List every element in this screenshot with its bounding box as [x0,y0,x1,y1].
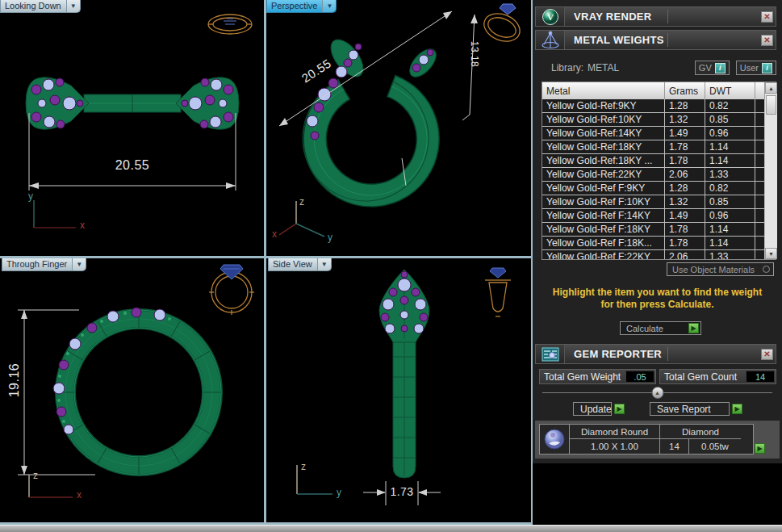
cell-grams: 1.78 [665,223,705,236]
cell-metal: Yellow Gold-Ref F:9KY [542,182,665,195]
table-row[interactable]: Yellow Gold-Ref:14KY 1.49 0.96 [542,127,765,140]
user-button[interactable]: User i [736,61,776,75]
viewport-tab-perspective[interactable]: Perspective ▼ [266,0,337,13]
metal-weights-panel-header[interactable]: METAL WEIGHTS ✕ [535,30,776,50]
table-scrollbar[interactable]: ▲ ▼ [765,82,777,259]
cell-spacer [755,99,765,112]
cell-metal: Yellow Gold-Ref:14KY [542,127,665,140]
table-row[interactable]: Yellow Gold-Ref F:9KY 1.28 0.82 [542,182,765,195]
dimension-band-width: 1.73 [386,485,418,498]
table-row[interactable]: Yellow Gold-Ref:18KY 1.78 1.14 [542,140,765,154]
cell-metal: Yellow Gold-Ref F:18K... [542,237,665,249]
panel-splitter[interactable]: ▲ [542,387,772,399]
cell-metal: Yellow Gold-Ref:22KY [542,168,665,181]
dimension-width: 20.55 [108,158,157,173]
cell-dwt: 0.82 [705,99,755,112]
looking-down-render [0,0,264,256]
cell-grams: 1.78 [665,140,705,153]
chevron-down-icon[interactable]: ▼ [72,258,86,270]
use-object-materials-button[interactable]: Use Object Materials [667,262,774,276]
metal-weights-table: Metal Grams DWT Yellow Gold-Ref:9KY 1.28… [542,82,776,260]
gem-actions-row: Update ▶ Save Report ▶ [573,402,782,416]
cell-spacer [755,127,765,140]
calculate-button[interactable]: Calculate ▶ [620,321,701,335]
cell-dwt: 1.14 [705,237,755,249]
chevron-down-icon[interactable]: ▼ [322,0,336,12]
vray-render-panel-header[interactable]: V VRAY RENDER ✕ [535,6,776,27]
table-row[interactable]: Yellow Gold-Ref F:18KY 1.78 1.14 [542,223,765,237]
chevron-down-icon[interactable]: ▼ [317,258,331,270]
cell-spacer [755,140,765,153]
table-row[interactable]: Yellow Gold-Ref:9KY 1.28 0.82 [542,99,765,113]
perspective-render [266,0,531,256]
viewport-through-finger[interactable]: 19.16 z x Through Finger ▼ [0,258,264,522]
table-row[interactable]: Yellow Gold-Ref:18KY ... 1.78 1.14 [542,154,765,168]
cell-spacer [755,168,765,181]
divider [667,347,668,361]
cell-spacer [755,154,765,167]
cell-grams: 2.06 [665,168,705,181]
gem-name: Diamond Round [570,425,660,439]
save-report-button[interactable]: Save Report [650,402,730,416]
cell-metal: Yellow Gold-Ref F:22KY [542,250,665,259]
instruction-text: Highlight the item you want to find the … [533,287,782,311]
gem-type: Diamond [660,425,741,439]
total-gem-count-box: Total Gem Count 14 [659,369,776,384]
through-finger-render [0,258,264,522]
radio-indicator-icon [763,266,770,273]
viewport-looking-down[interactable]: 20.55 y x Looking Down ▼ [0,0,264,256]
viewport-tab-side-view[interactable]: Side View ▼ [268,258,332,271]
cell-spacer [755,113,765,126]
dimension-diameter: 19.16 [7,356,22,404]
close-icon[interactable]: ✕ [761,11,773,23]
collapse-up-icon[interactable]: ▲ [651,387,663,399]
gv-button[interactable]: GV i [695,61,730,75]
close-icon[interactable]: ✕ [761,35,773,46]
scrollbar-thumb[interactable] [766,95,776,115]
cell-dwt: 0.96 [705,209,755,222]
cell-grams: 1.78 [665,237,705,249]
scroll-down-icon[interactable]: ▼ [765,248,777,259]
cell-dwt: 0.82 [705,182,755,195]
table-body: Yellow Gold-Ref:9KY 1.28 0.82 Yellow Gol… [542,99,765,259]
viewport-perspective[interactable]: 20.55 13.18 z x y Perspective ▼ [266,0,531,256]
info-icon[interactable]: i [715,63,726,73]
viewport-tab-through-finger[interactable]: Through Finger ▼ [2,258,86,271]
side-view-render [266,258,531,522]
cell-grams: 1.49 [665,127,705,140]
axis-z-label: z [301,461,306,472]
column-header-dwt[interactable]: DWT [705,82,755,99]
viewport-side-view[interactable]: 1.73 z y Side View ▼ [266,258,531,522]
viewport-tab-label: Perspective [267,0,322,12]
library-label: Library: [551,62,583,73]
panel-title: METAL WEIGHTS [565,34,667,46]
library-row: Library: METAL GV i User i [551,61,776,75]
dimension-height: 13.18 [469,31,480,77]
close-icon[interactable]: ✕ [761,349,773,360]
chevron-down-icon[interactable]: ▼ [66,0,80,12]
scroll-up-icon[interactable]: ▲ [765,82,777,94]
table-row[interactable]: Yellow Gold-Ref F:18K... 1.78 1.14 [542,237,765,250]
viewport-tab-looking-down[interactable]: Looking Down ▼ [0,0,81,13]
viewport-tab-label: Looking Down [1,0,66,12]
table-row[interactable]: Yellow Gold-Ref F:22KY 2.06 1.33 [542,250,765,259]
table-row[interactable]: Yellow Gold-Ref F:10KY 1.32 0.85 [542,195,765,209]
info-icon[interactable]: i [762,63,772,73]
gem-row[interactable]: Diamond Round Diamond 1.00 X 1.00 14 0.0… [539,424,754,455]
gem-totals-row: Total Gem Weight .05 Total Gem Count 14 [539,369,776,384]
table-row[interactable]: Yellow Gold-Ref:22KY 2.06 1.33 [542,168,765,182]
column-header-metal[interactable]: Metal [542,82,665,99]
total-gem-weight-label: Total Gem Weight [544,371,621,383]
gem-go-icon[interactable]: ▶ [755,443,765,454]
ring-orientation-icon [480,9,525,47]
update-button[interactable]: Update [573,402,612,416]
column-header-grams[interactable]: Grams [665,82,705,99]
update-go-icon[interactable]: ▶ [614,404,625,414]
table-row[interactable]: Yellow Gold-Ref F:14KY 1.49 0.96 [542,209,765,223]
go-arrow-icon[interactable]: ▶ [688,323,699,333]
instruction-line-1: Highlight the item you want to find the … [533,287,782,299]
save-report-go-icon[interactable]: ▶ [732,404,742,414]
table-row[interactable]: Yellow Gold-Ref:10KY 1.32 0.85 [542,113,765,127]
gem-reporter-panel-header[interactable]: GEM REPORTER ✕ [535,344,776,364]
gem-list-area: Diamond Round Diamond 1.00 X 1.00 14 0.0… [535,421,780,459]
